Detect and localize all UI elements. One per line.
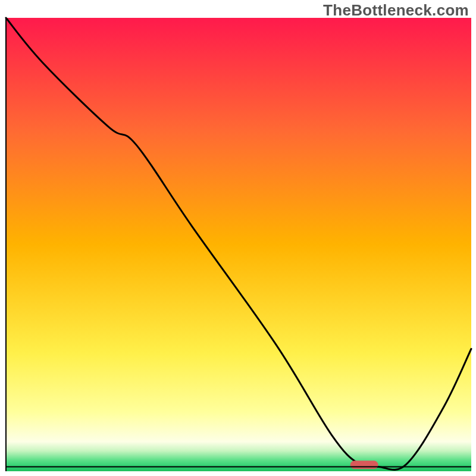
bottleneck-chart (0, 0, 476, 476)
plot-background (6, 18, 471, 471)
optimal-marker (350, 461, 378, 469)
